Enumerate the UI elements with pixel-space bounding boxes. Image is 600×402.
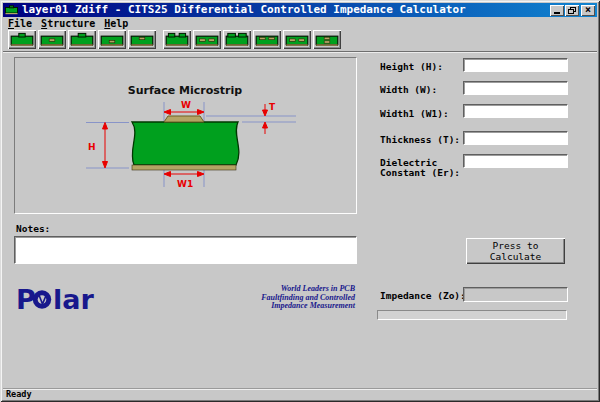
menu-file[interactable]: File [8,18,32,29]
width1-input[interactable] [463,104,568,118]
impedance-output [463,287,568,302]
logo-text-lar: lar [53,284,94,314]
menu-file-label: ile [14,18,32,29]
restore-button[interactable] [565,5,579,16]
toolbar-button-surface-microstrip[interactable] [8,30,36,49]
minimize-button[interactable] [550,5,564,16]
broadside-stripline-icon [315,32,339,48]
dimension-w1 [164,172,204,177]
toolbar-button-diff-stripline[interactable] [283,30,311,49]
toolbar-button-diff-embedded-microstrip[interactable] [193,30,221,49]
app-icon [5,5,18,15]
brand-tagline: World Leaders in PCB Faultfinding and Co… [179,285,355,311]
diff-stripline-icon [285,32,309,48]
surface-microstrip-diagram: Surface Microstrip [15,58,354,211]
trace [164,116,204,122]
width-label: Width (W): [380,85,437,95]
notes-textarea[interactable] [14,236,357,264]
title-bar: layer01 Zdiff - CITS25 Differential Cont… [3,3,597,17]
menu-bar: File Structure Help [3,17,597,29]
toolbar-button-stripline[interactable] [128,30,156,49]
toolbar-button-offset-stripline[interactable] [98,30,126,49]
calculate-button[interactable]: Press to Calculate [466,238,565,264]
ground-plane [132,165,236,170]
surface-microstrip-icon [10,32,34,48]
structure-diagram-panel: Surface Microstrip [14,57,357,214]
dimension-w-label: W [181,100,191,110]
diff-offset-stripline-icon [255,32,279,48]
application-window: layer01 Zdiff - CITS25 Differential Cont… [0,0,600,402]
status-bar: Ready [3,388,597,400]
window-controls: × [549,5,596,16]
dimension-h-label: H [88,142,96,152]
dimension-t-label: T [269,102,276,112]
width1-label: Width1 (W1): [380,109,449,119]
diff-embedded-microstrip-icon [195,32,219,48]
notes-label: Notes: [16,224,50,234]
menu-help-label: elp [110,18,128,29]
toolbar-button-diff-surface-microstrip[interactable] [163,30,191,49]
dimension-t [263,104,268,134]
coated-microstrip-icon [70,32,94,48]
window-title: layer01 Zdiff - CITS25 Differential Cont… [22,3,466,17]
er-label: Dielectric Constant (Er): [380,158,460,178]
diff-coated-microstrip-icon [225,32,249,48]
toolbar-button-diff-offset-stripline[interactable] [253,30,281,49]
toolbar-button-diff-coated-microstrip[interactable] [223,30,251,49]
er-input[interactable] [463,154,568,168]
width-input[interactable] [463,81,568,95]
diagram-title: Surface Microstrip [128,84,242,97]
toolbar-button-coated-microstrip[interactable] [68,30,96,49]
diff-surface-microstrip-icon [165,32,189,48]
offset-stripline-icon [100,32,124,48]
menu-structure[interactable]: Structure [41,18,95,29]
close-icon: × [585,5,591,15]
tagline-line: Impedance Measurement [179,302,355,311]
progress-bar [377,310,567,320]
embedded-microstrip-icon [40,32,64,48]
polar-logo: P lar [16,282,98,314]
toolbar-button-embedded-microstrip[interactable] [38,30,66,49]
dielectric-board [132,122,239,165]
status-text: Ready [6,389,32,399]
dimension-w1-label: W1 [177,179,193,189]
client-area: Surface Microstrip [3,51,597,389]
menu-structure-label: tructure [47,18,95,29]
minimize-icon [554,12,560,14]
dimension-w [164,110,204,115]
height-input[interactable] [463,58,568,72]
thickness-input[interactable] [463,131,568,145]
close-button[interactable]: × [581,5,595,16]
thickness-label: Thickness (T): [380,135,460,145]
height-label: Height (H): [380,62,443,72]
impedance-label: Impedance (Zo): [380,291,466,301]
menu-help[interactable]: Help [104,18,128,29]
toolbar [3,29,597,51]
toolbar-button-broadside-stripline[interactable] [313,30,341,49]
stripline-icon [130,32,154,48]
restore-icon [568,7,576,14]
dimension-h [103,123,108,169]
